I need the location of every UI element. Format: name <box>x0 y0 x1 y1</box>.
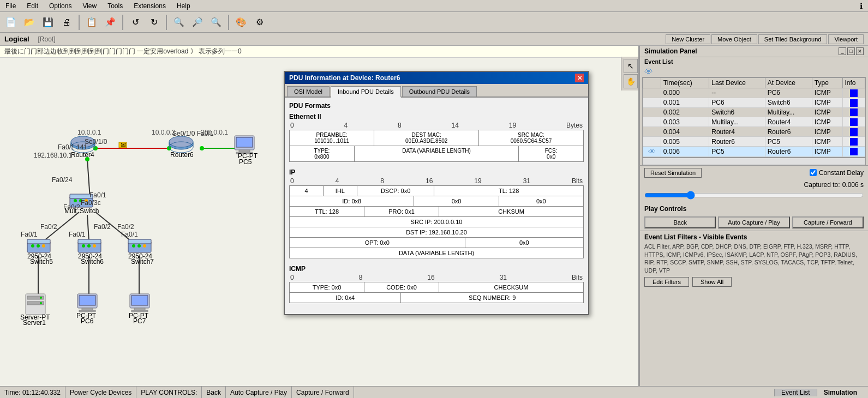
sim-panel-titlebar-buttons: _ □ ✕ <box>839 47 864 55</box>
event-row-1[interactable]: 0.001 PC6 Switch6 ICMP <box>643 98 865 107</box>
pdu-close-btn[interactable]: ✕ <box>575 74 584 82</box>
icmp-row2: ID: 0x4 SEQ NUMBER: 9 <box>290 293 583 303</box>
sim-close-btn[interactable]: ✕ <box>856 47 864 55</box>
statusbar-auto-capture[interactable]: Auto Capture / Play <box>226 387 292 398</box>
zoom-reset-btn[interactable]: 🔍 <box>207 14 225 31</box>
reset-simulation-btn[interactable]: Reset Simulation <box>644 168 702 178</box>
event-cell-info <box>842 127 865 137</box>
event-row-0[interactable]: 0.000 -- PC6 ICMP <box>643 88 865 98</box>
menu-help[interactable]: Help <box>173 1 194 11</box>
ip-ruler: 0 4 8 16 19 31 Bits <box>289 177 584 185</box>
ip-ttl-cell: TTL: 128 <box>290 207 364 216</box>
capture-forward-button[interactable]: Capture / Forward <box>792 216 864 228</box>
svg-text:192.168.10.1: 192.168.10.1 <box>34 152 72 159</box>
statusbar-power-cycle[interactable]: Power Cycle Devices <box>65 387 136 398</box>
event-cell-time: 0.003 <box>661 117 709 127</box>
svg-point-66 <box>40 297 42 299</box>
edit-filters-btn[interactable]: Edit Filters <box>644 277 689 287</box>
new-cluster-btn[interactable]: New Cluster <box>666 34 710 44</box>
ip-src-cell: SRC IP: 200.0.0.10 <box>290 217 583 227</box>
event-cell-time: 0.005 <box>661 137 709 147</box>
pdu-formats-title: PDU Formats <box>289 102 584 110</box>
back-button[interactable]: Back <box>644 216 716 228</box>
save-btn[interactable]: 💾 <box>39 14 57 31</box>
ip-row3: TTL: 128 PRO: 0x1 CHKSUM <box>290 207 583 217</box>
col-info: Info <box>842 78 865 88</box>
event-row-3[interactable]: 0.003 Multilay... Router4 ICMP <box>643 117 865 127</box>
svg-rect-30 <box>236 137 253 147</box>
col-at-device: At Device <box>765 78 812 88</box>
pdu-tab-osi[interactable]: OSI Model <box>287 86 330 97</box>
menu-file[interactable]: File <box>2 1 19 11</box>
svg-point-58 <box>132 244 135 248</box>
statusbar-capture-forward[interactable]: Capture / Forward <box>292 387 354 398</box>
zoom-out-btn[interactable]: 🔍 <box>170 14 188 31</box>
menu-options[interactable]: Options <box>46 1 75 11</box>
event-cell-info <box>842 117 865 127</box>
event-row-4[interactable]: 0.004 Router4 Router6 ICMP <box>643 127 865 137</box>
zoom-in-btn[interactable]: 🔎 <box>189 14 206 31</box>
svg-text:141: 141 <box>76 143 87 151</box>
svg-text:PC6: PC6 <box>81 317 94 325</box>
statusbar-play-controls: PLAY CONTROLS: <box>136 387 202 398</box>
icmp-seq-cell: SEQ NUMBER: 9 <box>401 293 583 303</box>
event-cell-at: Router4 <box>765 117 812 127</box>
paste-btn[interactable]: 📌 <box>101 14 119 31</box>
show-all-btn[interactable]: Show All <box>692 277 732 287</box>
constant-delay-checkbox[interactable] <box>810 169 817 176</box>
svg-text:Fa0/1: Fa0/1 <box>58 143 75 151</box>
statusbar-event-list-tab[interactable]: Event List <box>774 389 817 396</box>
slider-row <box>640 190 868 203</box>
select-tool[interactable]: ↖ <box>624 59 638 73</box>
svg-point-52 <box>87 244 91 248</box>
menu-extensions[interactable]: Extensions <box>130 1 169 11</box>
event-cell-last: Router6 <box>709 137 765 147</box>
new-btn[interactable]: 📄 <box>2 14 20 31</box>
sim-minimize-btn[interactable]: _ <box>839 47 846 55</box>
statusbar-back[interactable]: Back <box>202 387 226 398</box>
event-list-container[interactable]: Time(sec) Last Device At Device Type Inf… <box>642 77 866 158</box>
print-btn[interactable]: 🖨 <box>58 14 75 31</box>
viewport-btn[interactable]: Viewport <box>828 34 864 44</box>
captured-to-label: Captured to: <box>804 181 840 189</box>
speed-slider[interactable] <box>644 191 864 200</box>
svg-text:PC5: PC5 <box>239 158 252 166</box>
svg-point-59 <box>137 244 141 248</box>
ip-tl-cell: TL: 128 <box>434 186 583 196</box>
icmp-row1: TYPE: 0x0 CODE: 0x0 CHECKSUM <box>290 282 583 293</box>
ip-flag2-cell: 0x0 <box>499 196 583 206</box>
sim-maximize-btn[interactable]: □ <box>847 47 855 55</box>
statusbar-time: Time: 01:12:40.332 <box>0 387 65 398</box>
menu-tools[interactable]: Tools <box>104 1 126 11</box>
move-object-btn[interactable]: Move Object <box>711 34 757 44</box>
event-cell-type: ICMP <box>812 146 842 156</box>
open-btn[interactable]: 📂 <box>21 14 38 31</box>
svg-text:Se0/1/0: Se0/1/0 <box>85 138 107 146</box>
svg-text:Switch5: Switch5 <box>30 258 53 266</box>
custom-btn[interactable]: ⚙ <box>251 14 268 31</box>
menu-edit[interactable]: Edit <box>23 1 41 11</box>
statusbar-simulation-tab[interactable]: Simulation <box>817 389 864 396</box>
event-row-2[interactable]: 0.002 Switch6 Multilay... ICMP <box>643 107 865 117</box>
event-list-hscroll[interactable] <box>642 158 866 165</box>
event-cell-type: ICMP <box>812 117 842 127</box>
pdu-content[interactable]: PDU Formats Ethernet II 0 4 8 14 19 Byte… <box>285 98 588 314</box>
hand-tool[interactable]: ✋ <box>624 74 638 88</box>
ethernet-ruler: 0 4 8 14 19 Bytes <box>289 122 584 129</box>
event-cell-last: PC5 <box>709 146 765 156</box>
redo-btn[interactable]: ↻ <box>145 14 163 31</box>
menu-view[interactable]: View <box>79 1 100 11</box>
event-row-6[interactable]: 👁 0.006 PC5 Router6 ICMP <box>643 146 865 156</box>
event-row-5[interactable]: 0.005 Router6 PC5 ICMP <box>643 137 865 147</box>
event-cell-select <box>643 98 661 107</box>
auto-capture-play-button[interactable]: Auto Capture / Play <box>718 216 789 228</box>
event-cell-info <box>842 137 865 147</box>
set-tiled-bg-btn[interactable]: Set Tiled Background <box>758 34 828 44</box>
event-cell-select <box>643 117 661 127</box>
pdu-tab-inbound[interactable]: Inbound PDU Details <box>331 86 401 98</box>
pdu-tab-outbound[interactable]: Outbound PDU Details <box>402 86 477 97</box>
copy-btn[interactable]: 📋 <box>83 14 100 31</box>
event-cell-type: ICMP <box>812 137 842 147</box>
palette-btn[interactable]: 🎨 <box>232 14 250 31</box>
undo-btn[interactable]: ↺ <box>127 14 144 31</box>
